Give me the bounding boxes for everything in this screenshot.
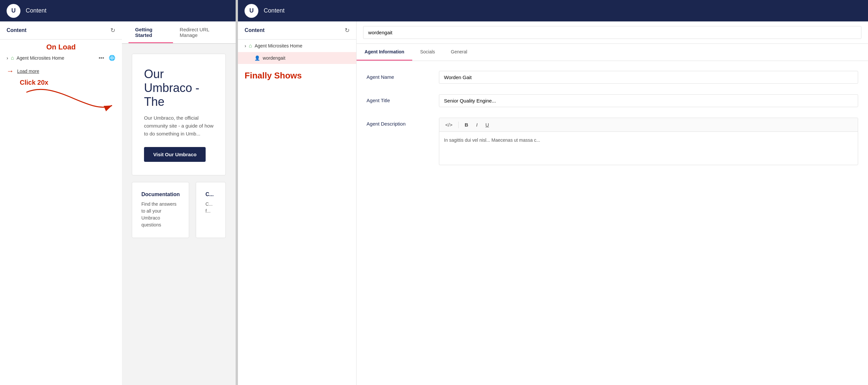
agent-desc-label: Agent Description xyxy=(367,118,432,126)
right-top-bar: U Content xyxy=(238,0,868,22)
rich-toolbar: </> B I U xyxy=(439,118,858,132)
sidebar-item-agent-microsites[interactable]: › ⌂ Agent Microsites Home ••• 🌐 xyxy=(0,52,122,64)
right-refresh-icon[interactable]: ↻ xyxy=(345,27,350,34)
tab-getting-started[interactable]: Getting Started xyxy=(128,22,173,43)
finally-shows-label: Finally Shows xyxy=(238,64,356,87)
agent-desc-field-row: Agent Description </> B I U In sagittis … xyxy=(367,118,858,165)
agent-title-input-wrapper xyxy=(439,94,858,107)
agent-title-field-row: Agent Title xyxy=(367,94,858,107)
load-more-arrow-icon: → xyxy=(7,67,14,76)
tree-item-label: Agent Microsites Home xyxy=(255,43,303,49)
tab-agent-information[interactable]: Agent Information xyxy=(356,44,412,61)
left-panel: U Content Content ↻ On Load › ⌂ Agent Mi… xyxy=(0,0,236,385)
click-20x-label: Click 20x xyxy=(20,79,49,86)
visit-umbraco-button[interactable]: Visit Our Umbraco xyxy=(144,147,206,162)
agent-desc-text: In sagittis dui vel nisl... Maecenas ut … xyxy=(444,138,540,143)
tab-socials[interactable]: Socials xyxy=(412,44,443,61)
sidebar-title: Content xyxy=(7,27,26,33)
right-sidebar: Content ↻ › ⌂ Agent Microsites Home 👤 wo… xyxy=(238,22,356,385)
left-sidebar: Content ↻ On Load › ⌂ Agent Microsites H… xyxy=(0,22,122,385)
tree-item-agent-microsites[interactable]: › ⌂ Agent Microsites Home xyxy=(238,39,356,52)
editor-body: Agent Name Agent Title Agent Description xyxy=(356,61,868,385)
main-content: Our Umbraco - The Our Umbraco, the offic… xyxy=(122,44,236,385)
tree-chevron-icon: › xyxy=(245,43,246,49)
agent-desc-content[interactable]: In sagittis dui vel nisl... Maecenas ut … xyxy=(439,132,858,165)
cards-row: Documentation Find the answers to all yo… xyxy=(132,182,226,238)
right-editor: Agent Information Socials General Agent … xyxy=(356,22,868,385)
home-icon: ⌂ xyxy=(11,55,14,61)
on-load-label: On Load xyxy=(39,41,82,52)
left-logo: U xyxy=(7,4,21,18)
code-button[interactable]: </> xyxy=(443,121,455,129)
tree-home-icon: ⌂ xyxy=(249,43,252,49)
right-logo: U xyxy=(245,4,258,18)
tabs-bar: Getting Started Redirect URL Manage xyxy=(122,22,236,43)
agent-name-label: Agent Name xyxy=(367,71,432,80)
agent-name-field-row: Agent Name xyxy=(367,71,858,84)
right-main: Content ↻ › ⌂ Agent Microsites Home 👤 wo… xyxy=(238,22,868,385)
card2-desc: C... f... xyxy=(205,201,216,215)
tree-sub-item-wordengait[interactable]: 👤 wordengait xyxy=(238,52,356,64)
search-input[interactable] xyxy=(363,26,861,39)
sub-item-label: wordengait xyxy=(262,55,285,61)
load-more-button[interactable]: Load more xyxy=(17,68,39,74)
doc-card-title: Documentation xyxy=(142,191,180,198)
right-panel: U Content Content ↻ › ⌂ Agent Microsites… xyxy=(238,0,868,385)
tab-redirect-url[interactable]: Redirect URL Manage xyxy=(173,22,229,43)
left-top-bar-title: Content xyxy=(26,7,46,14)
card2: C... C... f... xyxy=(196,182,226,238)
globe-icon[interactable]: 🌐 xyxy=(109,55,115,61)
refresh-icon[interactable]: ↻ xyxy=(111,27,115,34)
hero-card: Our Umbraco - The Our Umbraco, the offic… xyxy=(132,54,226,175)
editor-tabs: Agent Information Socials General xyxy=(356,44,868,61)
agent-title-input[interactable] xyxy=(439,94,858,107)
right-top-bar-title: Content xyxy=(264,7,284,14)
card2-title: C... xyxy=(205,191,216,198)
right-sidebar-header: Content ↻ xyxy=(238,22,356,39)
editor-search-area xyxy=(356,22,868,44)
doc-card: Documentation Find the answers to all yo… xyxy=(132,182,189,238)
left-top-bar: U Content xyxy=(0,0,236,22)
tab-general[interactable]: General xyxy=(443,44,475,61)
sidebar-header: Content ↻ xyxy=(0,22,122,39)
left-content-area: Getting Started Redirect URL Manage Our … xyxy=(122,22,236,385)
underline-button[interactable]: U xyxy=(484,121,491,129)
agent-title-label: Agent Title xyxy=(367,94,432,103)
more-icon[interactable]: ••• xyxy=(98,55,104,61)
italic-button[interactable]: I xyxy=(474,121,479,129)
bold-button[interactable]: B xyxy=(463,121,470,129)
agent-desc-rich-editor: </> B I U In sagittis dui vel nisl... Ma… xyxy=(439,118,858,165)
doc-card-desc: Find the answers to all your Umbraco que… xyxy=(142,201,180,229)
hero-desc: Our Umbraco, the official community site… xyxy=(144,114,214,138)
sidebar-item-label: Agent Microsites Home xyxy=(17,55,96,61)
agent-name-input[interactable] xyxy=(439,71,858,84)
person-icon: 👤 xyxy=(254,55,260,61)
chevron-icon[interactable]: › xyxy=(7,55,8,61)
agent-name-input-wrapper xyxy=(439,71,858,84)
hero-title: Our Umbraco - The xyxy=(144,67,214,109)
right-sidebar-title: Content xyxy=(245,27,264,33)
